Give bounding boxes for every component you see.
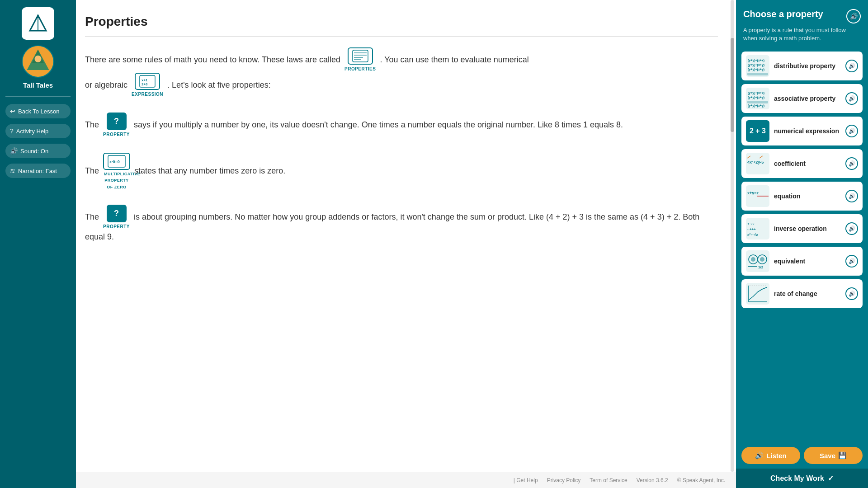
- svg-text:(y+y)+(x+y): (y+y)+(x+y): [748, 104, 764, 108]
- intro-text-3: or algebraic: [85, 80, 130, 89]
- vocab-thumb-numerical: 2 + 3: [746, 120, 769, 142]
- vocab-name-coefficient: coefficient: [774, 160, 841, 167]
- property-term-2[interactable]: ? PROPERTY: [103, 205, 130, 230]
- vocab-name-equivalent: equivalent: [774, 258, 841, 265]
- listen-icon: 🔊: [755, 451, 764, 460]
- vocab-item-equation[interactable]: x+y=z equation 🔊: [741, 182, 863, 211]
- panel-actions: 🔊 Listen Save 💾: [736, 442, 868, 469]
- vocab-item-numerical[interactable]: 2 + 3 numerical expression 🔊: [741, 117, 863, 145]
- svg-rect-7: [353, 50, 368, 62]
- identity-paragraph: The ? PROPERTY says if you multiply a nu…: [85, 113, 718, 138]
- svg-text:(y+y)+(x+y): (y+y)+(x+y): [748, 68, 764, 71]
- listen-button[interactable]: 🔊 Listen: [741, 447, 800, 464]
- property-label-1: PROPERTY: [103, 131, 130, 138]
- vocab-sound-rate[interactable]: 🔊: [845, 287, 858, 300]
- save-label: Save: [820, 452, 835, 460]
- vocab-thumb-equivalent: 1/2: [746, 250, 769, 272]
- assoc-text-2: is about grouping numbers. No matter how…: [85, 212, 699, 241]
- vocab-item-equivalent[interactable]: 1/2 equivalent 🔊: [741, 247, 863, 276]
- vocab-name-distributive: distributive property: [774, 62, 841, 70]
- vocab-sound-coefficient[interactable]: 🔊: [845, 157, 858, 170]
- content-area: Properties There are some rules of math …: [76, 0, 736, 472]
- panel-sound-button[interactable]: 🔊: [846, 9, 861, 23]
- assoc-section: The ? PROPERTY is about grouping numbers…: [85, 205, 718, 244]
- properties-badge: [348, 47, 373, 65]
- svg-text:(y+y)+(x+y): (y+y)+(x+y): [748, 63, 764, 67]
- svg-text:- +++: - +++: [747, 227, 756, 231]
- activity-help-label: Activity Help: [16, 128, 49, 135]
- vocab-sound-associative[interactable]: 🔊: [845, 92, 858, 105]
- zero-paragraph: The x·0=0 MULTIPLICATIVE PROPERTY OF ZER…: [85, 153, 718, 190]
- sidebar-divider: [5, 96, 71, 97]
- narration-icon: ≋: [10, 167, 15, 174]
- panel-title-text: Choose a property: [743, 9, 823, 19]
- zero-term[interactable]: x·0=0 MULTIPLICATIVE PROPERTY OF ZERO: [103, 153, 130, 190]
- vocab-sound-equivalent[interactable]: 🔊: [845, 255, 858, 267]
- expression-term[interactable]: x+1 2+3 EXPRESSION: [132, 73, 163, 98]
- svg-rect-38: [746, 251, 769, 272]
- expression-label: EXPRESSION: [132, 91, 163, 98]
- right-panel: Choose a property 🔊 A property is a rule…: [736, 0, 868, 488]
- back-to-lesson-button[interactable]: ↩ Back To Lesson: [5, 104, 71, 118]
- svg-text:+ ÷÷: + ÷÷: [747, 222, 755, 226]
- narration-label: Narration: Fast: [18, 168, 57, 174]
- vocab-name-numerical: numerical expression: [774, 127, 841, 135]
- narration-speed-button[interactable]: ≋ Narration: Fast: [5, 164, 71, 178]
- copyright-text: © Speak Agent, Inc.: [677, 477, 725, 483]
- vocab-sound-inverse[interactable]: 🔊: [845, 222, 858, 235]
- check-my-work-button[interactable]: Check My Work ✓: [736, 469, 868, 488]
- svg-text:x+y=z: x+y=z: [747, 191, 759, 195]
- vocab-sound-distributive[interactable]: 🔊: [845, 60, 858, 72]
- privacy-link[interactable]: Privacy Policy: [547, 477, 581, 483]
- property-badge-1: ?: [107, 113, 127, 130]
- version-text: Version 3.6.2: [637, 477, 668, 483]
- save-button[interactable]: Save 💾: [804, 447, 863, 464]
- zero-section: The x·0=0 MULTIPLICATIVE PROPERTY OF ZER…: [85, 153, 718, 190]
- check-label: Check My Work: [770, 474, 824, 483]
- properties-label: PROPERTIES: [344, 66, 376, 73]
- sound-toggle-button[interactable]: 🔊 Sound: On: [5, 144, 71, 158]
- vocab-item-inverse[interactable]: + ÷÷ - +++ x²↔√z inverse operation 🔊: [741, 214, 863, 243]
- footer-bar: | Get Help Privacy Policy Term of Servic…: [76, 472, 736, 488]
- svg-text:x²↔√z: x²↔√z: [747, 233, 758, 237]
- terms-link[interactable]: Term of Service: [590, 477, 627, 483]
- svg-text:x·0=0: x·0=0: [109, 160, 120, 164]
- vocab-item-associative[interactable]: (y+y)+(x+x) (y+y)+(x+y) (y+y)+(x+y) asso…: [741, 84, 863, 113]
- back-to-lesson-label: Back To Lesson: [18, 108, 60, 115]
- scrollbar-thumb[interactable]: [731, 38, 734, 132]
- app-logo: [22, 7, 54, 40]
- intro-text-1: There are some rules of math you need to…: [85, 55, 343, 64]
- vocab-item-coefficient[interactable]: 4x²+2y-5 coefficient 🔊: [741, 149, 863, 178]
- property-label-2: PROPERTY: [103, 223, 130, 230]
- vocab-sound-numerical[interactable]: 🔊: [845, 125, 858, 137]
- content-divider: [85, 36, 718, 37]
- identity-text-2: says if you multiply a number by one, it…: [134, 120, 623, 129]
- vocab-sound-equation[interactable]: 🔊: [845, 190, 858, 202]
- zero-badge: x·0=0: [103, 153, 130, 170]
- vocab-name-equation: equation: [774, 192, 841, 200]
- scrollbar-track[interactable]: [731, 0, 734, 472]
- activity-help-button[interactable]: ? Activity Help: [5, 124, 71, 138]
- save-icon: 💾: [838, 451, 847, 460]
- vocab-name-associative: associative property: [774, 95, 841, 102]
- vocab-item-rate[interactable]: rate of change 🔊: [741, 279, 863, 308]
- vocab-thumb-associative: (y+y)+(x+x) (y+y)+(x+y) (y+y)+(x+y): [746, 88, 769, 109]
- intro-text-4: . Let's look at five properties:: [167, 80, 271, 89]
- identity-section: The ? PROPERTY says if you multiply a nu…: [85, 113, 718, 138]
- vocab-list: (y+y)+(x+x) (y+y)+(x+y) (y+y)+(x+y) dist…: [736, 48, 868, 442]
- vocab-thumb-rate: [746, 283, 769, 305]
- zero-text-1: The: [85, 166, 101, 175]
- vocab-thumb-inverse: + ÷÷ - +++ x²↔√z: [746, 218, 769, 239]
- sound-label: Sound: On: [20, 148, 48, 155]
- get-help-link[interactable]: | Get Help: [514, 477, 538, 483]
- vocab-name-rate: rate of change: [774, 290, 841, 297]
- character-name: Tall Tales: [23, 81, 53, 89]
- property-term-1[interactable]: ? PROPERTY: [103, 113, 130, 138]
- character-avatar: [22, 45, 54, 78]
- vocab-thumb-equation: x+y=z: [746, 185, 769, 207]
- panel-header: Choose a property 🔊 A property is a rule…: [736, 0, 868, 48]
- properties-term[interactable]: PROPERTIES: [344, 47, 376, 73]
- assoc-text-1: The: [85, 212, 101, 221]
- main-content: Properties There are some rules of math …: [76, 0, 736, 488]
- vocab-item-distributive[interactable]: (y+y)+(x+x) (y+y)+(x+y) (y+y)+(x+y) dist…: [741, 52, 863, 80]
